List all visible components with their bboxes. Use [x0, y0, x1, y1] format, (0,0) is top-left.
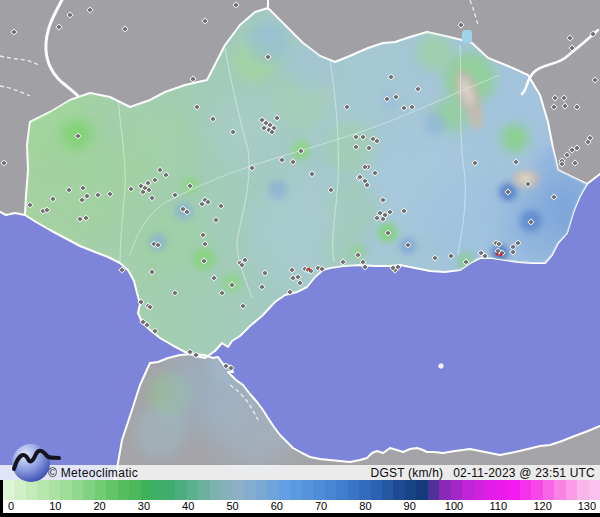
station-marker-center	[553, 106, 555, 108]
station-marker-center	[189, 185, 191, 187]
station-marker-center	[297, 276, 299, 278]
station-marker-center	[109, 193, 111, 195]
scale-block	[3, 480, 14, 500]
station-marker-center	[140, 185, 142, 187]
scale-block	[371, 480, 382, 500]
station-marker-center	[382, 218, 384, 220]
scale-block	[26, 480, 37, 500]
station-marker-center	[384, 214, 386, 216]
station-marker-center	[204, 199, 206, 201]
scale-block	[83, 480, 94, 500]
scale-block	[393, 480, 404, 500]
station-marker-center	[460, 24, 462, 26]
scale-block	[221, 480, 232, 500]
station-marker-center	[530, 221, 532, 223]
station-marker-center	[386, 98, 388, 100]
station-marker-center	[569, 37, 571, 39]
scale-tick-label: 40	[182, 500, 194, 513]
gust-map-canvas	[0, 0, 600, 480]
scale-block	[348, 480, 359, 500]
scale-block	[210, 480, 221, 500]
station-marker-center	[147, 182, 149, 184]
station-marker-center	[268, 129, 270, 131]
scale-block	[256, 480, 267, 500]
station-marker-center	[395, 96, 397, 98]
station-marker-center	[186, 211, 188, 213]
station-marker-center	[576, 106, 578, 108]
station-marker-center	[587, 141, 589, 143]
scale-block	[267, 480, 278, 500]
scale-block	[382, 480, 393, 500]
station-marker-center	[374, 172, 376, 174]
station-marker-center	[242, 305, 244, 307]
station-marker-center	[484, 255, 486, 257]
station-marker-center	[330, 189, 332, 191]
station-marker-center	[153, 243, 155, 245]
station-marker-center	[474, 162, 476, 164]
station-marker-center	[182, 208, 184, 210]
station-marker-center	[263, 127, 265, 129]
station-marker-center	[321, 268, 323, 270]
station-marker-center	[368, 147, 370, 149]
station-marker-center	[392, 267, 394, 269]
station-marker-center	[411, 106, 413, 108]
station-marker-center	[204, 20, 206, 22]
station-marker-center	[300, 150, 302, 152]
station-marker-center	[267, 56, 269, 58]
red-station-dot	[500, 254, 503, 257]
product-label: DGST (km/h)	[371, 466, 444, 480]
scale-tick-label: 50	[226, 500, 238, 513]
station-marker-center	[81, 199, 83, 201]
scale-block	[531, 480, 542, 500]
station-marker-center	[244, 259, 246, 261]
scale-tick-label: 100	[445, 500, 463, 513]
scale-block	[462, 480, 473, 500]
station-marker-center	[265, 122, 267, 124]
station-marker-center	[589, 137, 591, 139]
station-marker-center	[362, 136, 364, 138]
station-marker-center	[571, 47, 573, 49]
station-marker-center	[515, 161, 517, 163]
scale-tick-label: 120	[533, 500, 551, 513]
station-marker-center	[355, 146, 357, 148]
station-marker-center	[212, 118, 214, 120]
scale-block	[198, 480, 209, 500]
station-marker-center	[251, 167, 253, 169]
scale-tick-label: 80	[359, 500, 371, 513]
station-marker-center	[142, 321, 144, 323]
station-marker-center	[86, 195, 88, 197]
station-marker-center	[389, 211, 391, 213]
station-marker-center	[13, 31, 15, 33]
station-marker-center	[271, 131, 273, 133]
station-marker-center	[124, 28, 126, 30]
scale-block	[566, 480, 577, 500]
scale-block	[152, 480, 163, 500]
scale-block	[359, 480, 370, 500]
gust-shading-blob	[501, 124, 529, 152]
scale-block	[49, 480, 60, 500]
scale-block	[72, 480, 83, 500]
station-marker-center	[261, 119, 263, 121]
scale-tick-label: 20	[93, 500, 105, 513]
station-marker-center	[289, 291, 291, 293]
scale-block	[428, 480, 439, 500]
station-marker-center	[140, 301, 142, 303]
station-marker-center	[292, 161, 294, 163]
station-marker-center	[225, 365, 227, 367]
timestamp-label: 02-11-2023 @ 23:51 UTC	[453, 466, 595, 480]
scale-tick-label: 30	[138, 500, 150, 513]
gust-shading-blob	[417, 34, 453, 70]
station-marker-center	[157, 244, 159, 246]
station-marker-center	[85, 217, 87, 219]
station-marker-center	[566, 154, 568, 156]
scale-block	[485, 480, 496, 500]
station-marker-center	[390, 76, 392, 78]
station-marker-center	[359, 176, 361, 178]
station-marker-center	[204, 243, 206, 245]
station-marker-center	[42, 210, 44, 212]
scale-tick-label: 110	[490, 500, 508, 513]
station-marker-center	[174, 292, 176, 294]
station-marker-center	[571, 149, 573, 151]
scale-block	[451, 480, 462, 500]
scale-block	[175, 480, 186, 500]
